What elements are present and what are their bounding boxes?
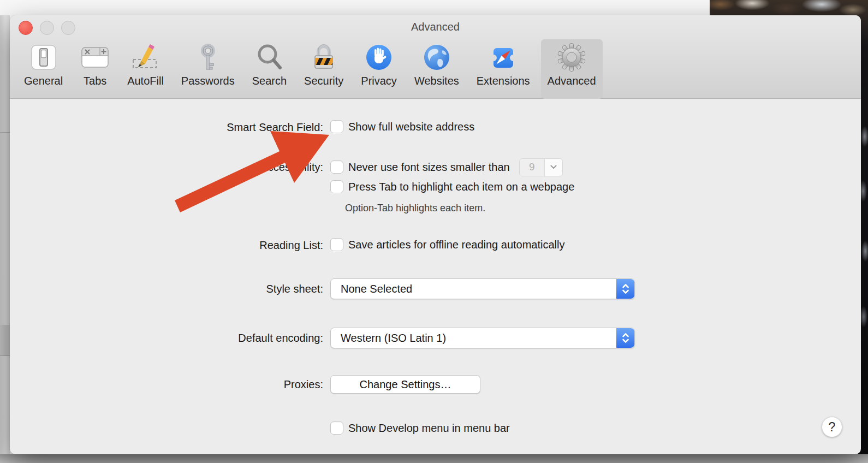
font-size-popup: 9 [519,158,563,176]
toolbar-item-label: Security [304,75,343,87]
style-sheet-popup[interactable]: None Selected [330,278,635,299]
gear-icon [557,43,586,72]
toolbar-item-autofill[interactable]: AutoFill [121,39,170,99]
pencil-icon [131,43,160,72]
press-tab-highlight-checkbox[interactable] [330,180,343,193]
minimize-button[interactable] [40,21,54,35]
accessibility-row: Accessibility: Never use font sizes smal… [10,157,861,177]
show-develop-menu-checkbox[interactable] [330,422,343,435]
toolbar-item-label: Tabs [84,75,106,87]
change-settings-button[interactable]: Change Settings… [330,375,480,394]
toolbar-item-label: AutoFill [127,75,164,87]
save-articles-offline-checkbox[interactable] [330,238,343,251]
default-encoding-value: Western (ISO Latin 1) [331,332,616,345]
chevron-up-down-icon [616,328,634,348]
show-develop-menu-option-label[interactable]: Show Develop menu in menu bar [348,422,510,435]
develop-menu-row: Show Develop menu in menu bar [10,422,861,436]
proxies-label: Proxies: [284,375,323,394]
min-font-size-option-label[interactable]: Never use font sizes smaller than [348,161,510,174]
background-window-section [0,325,10,355]
zoom-button[interactable] [61,21,75,35]
accessibility-row-2: Press Tab to highlight each item on a we… [10,180,861,194]
min-font-size-checkbox[interactable] [330,161,343,174]
window-title: Advanced [10,21,861,33]
key-icon [193,43,223,72]
accessibility-note-row: Option-Tab highlights each item. [10,201,861,215]
toolbar-item-websites[interactable]: Websites [408,39,466,99]
toolbar-item-privacy[interactable]: Privacy [354,39,403,99]
puzzle-icon [489,43,518,72]
toolbar-item-passwords[interactable]: Passwords [175,39,241,99]
save-articles-offline-option-label[interactable]: Save articles for offline reading automa… [348,239,565,251]
screen: Advanced General [0,0,868,463]
reading-list-label: Reading List: [259,238,323,252]
default-encoding-label: Default encoding: [238,328,323,348]
toolbar-item-advanced[interactable]: Advanced [541,39,603,99]
option-tab-note: Option-Tab highlights each item. [345,201,485,215]
default-encoding-row: Default encoding: Western (ISO Latin 1) [10,328,861,348]
style-sheet-row: Style sheet: None Selected [10,278,861,299]
toolbar-item-security[interactable]: Security [298,39,350,99]
smart-search-label: Smart Search Field: [227,120,323,134]
chevron-up-down-icon [616,279,634,299]
background-window-divider [0,132,10,133]
safari-preferences-window: Advanced General [10,15,861,454]
hand-icon [364,43,394,72]
proxies-row: Proxies: Change Settings… [10,375,861,394]
toolbar-item-label: General [24,75,63,87]
smart-search-row: Smart Search Field: Show full website ad… [10,120,861,134]
font-size-value: 9 [520,159,545,176]
show-full-address-option-label[interactable]: Show full website address [348,121,474,133]
help-button[interactable]: ? [822,417,842,437]
toolbar-items: General Tabs [17,39,603,99]
preferences-toolbar: Advanced General [10,15,861,99]
desktop-bottom-strip [0,454,868,463]
toolbar-item-tabs[interactable]: Tabs [74,39,116,99]
padlock-icon [309,43,338,72]
style-sheet-value: None Selected [331,283,616,295]
browser-tabs-icon [80,43,110,72]
toolbar-item-general[interactable]: General [17,39,69,99]
toolbar-item-label: Websites [414,75,459,87]
style-sheet-label: Style sheet: [266,278,323,299]
toolbar-item-extensions[interactable]: Extensions [470,39,537,99]
chevron-down-icon [545,159,562,176]
background-window-sliver [0,15,10,463]
light-switch-icon [29,43,58,72]
default-encoding-popup[interactable]: Western (ISO Latin 1) [330,328,635,348]
press-tab-highlight-option-label[interactable]: Press Tab to highlight each item on a we… [348,181,574,193]
toolbar-item-search[interactable]: Search [246,39,293,99]
background-window-divider [0,355,10,356]
globe-icon [422,43,451,72]
toolbar-item-label: Search [252,75,287,87]
show-full-address-checkbox[interactable] [330,120,343,133]
close-button[interactable] [19,21,33,35]
toolbar-item-label: Passwords [181,75,235,87]
toolbar-item-label: Privacy [361,75,397,87]
toolbar-item-label: Advanced [548,75,596,87]
reading-list-row: Reading List: Save articles for offline … [10,238,861,252]
magnifier-icon [254,43,284,72]
toolbar-item-label: Extensions [477,75,530,87]
accessibility-label: Accessibility: [261,157,323,177]
